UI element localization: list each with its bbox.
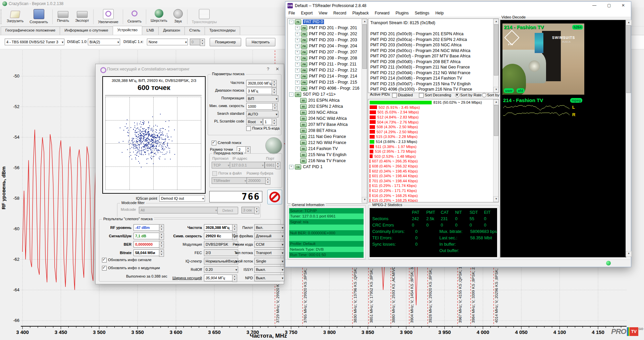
tab-1[interactable]: Географическое положение — [1, 27, 60, 35]
tree-item[interactable]: SD202 ESPN 2 Africa — [288, 103, 367, 109]
param-spinner[interactable] — [272, 80, 277, 87]
tree-item[interactable]: +PMPMT PID 215 - Progr. 215 — [288, 79, 367, 85]
tab-3[interactable]: Устройство — [113, 26, 142, 35]
tuner-select[interactable]: 4 - TBS 6908 DVBS/S2 Tuner 3 — [5, 39, 64, 45]
tree-item[interactable]: SD204 NGC Wild Africa — [288, 115, 367, 122]
tree-expander[interactable]: + — [295, 44, 300, 48]
positioner-button[interactable]: Позиционер — [210, 38, 241, 46]
toolbar-save-button[interactable]: Сохранить — [26, 8, 51, 26]
tree-item[interactable]: -PAPAT PID 0 — [288, 19, 367, 25]
tree-scrollbar[interactable]: ▲▼ — [362, 19, 367, 203]
result-select[interactable]: Длинный — [254, 233, 284, 239]
result-select[interactable]: Transport — [254, 249, 284, 256]
menu-record[interactable]: Record — [330, 10, 350, 17]
diseqc10-select[interactable]: B/A(2) — [88, 39, 120, 45]
tree-expander[interactable]: + — [295, 62, 300, 66]
pid-row[interactable]: 508 (4.30% - 2.50 Mbps) — [370, 125, 498, 130]
port-spinner[interactable] — [275, 162, 280, 169]
tab-5[interactable]: Диапазон — [158, 27, 185, 35]
result-value-field[interactable]: -47 dBm — [133, 224, 161, 231]
param-spinner[interactable] — [272, 103, 277, 110]
detect-interval-spinner[interactable] — [254, 207, 259, 214]
result-value-field[interactable]: 58,044 Мби — [133, 249, 161, 256]
maximize-button[interactable]: ▢ — [602, 2, 616, 10]
close-button[interactable]: ✕ — [616, 2, 630, 10]
tree-item[interactable]: +PMPMT PID 204 - Progr. 204 — [288, 43, 367, 49]
consumer-select[interactable]: TSReader — [212, 177, 247, 184]
pid-row[interactable]: 607 (0.46% ~ 266.35 Kbps) — [370, 159, 498, 164]
modcode-select[interactable]: All — [139, 207, 218, 213]
stop-button[interactable] — [267, 190, 282, 204]
pid-row[interactable]: 502 (5.91% - 3.45 Mbps) — [370, 105, 498, 110]
result-spinner[interactable] — [159, 249, 164, 257]
tree-item[interactable]: SD212 NG Wild France — [288, 140, 367, 146]
minimize-button[interactable]: — — [587, 2, 601, 10]
param-input[interactable]: 3928,000 МГц — [246, 80, 273, 87]
tab-7[interactable]: Транспондеры — [205, 27, 240, 35]
param-input[interactable]: 3 МГц — [246, 88, 273, 94]
pid-row[interactable]: 8191 (50.02% ~ 29.04 Mbps) — [370, 100, 498, 105]
tree-item[interactable]: +PMPMT PID 211 - Progr. 211 — [288, 61, 367, 67]
stream-to-file-checkbox[interactable] — [212, 171, 217, 176]
tree-item[interactable]: SD214 Fashion TV — [288, 146, 367, 152]
toolbar-print-button[interactable]: Печать — [54, 8, 72, 26]
menu-forward[interactable]: Forward — [372, 10, 392, 17]
tree-item[interactable]: SD211 Nat Geo France — [288, 134, 367, 140]
tab-6[interactable]: Стиль — [184, 27, 205, 35]
tree-item[interactable]: SD203 NGC Africa — [288, 109, 367, 115]
pid-row[interactable]: 701 (0.34% ~ 198.44 Kbps) — [370, 179, 498, 184]
pids-disabled-checkbox[interactable] — [392, 93, 397, 98]
menu-playback[interactable]: Playback — [350, 10, 372, 17]
protocol-select[interactable]: TCP — [212, 162, 230, 168]
tree-expander[interactable]: + — [295, 50, 300, 54]
stream-tree-panel[interactable]: -PAPAT PID 0+PMPMT PID 201 - Progr. 201+… — [287, 18, 367, 204]
tree-item[interactable]: +PMPMT PID 214 - Progr. 214 — [288, 73, 367, 79]
tree-item[interactable]: +CACAT PID 1 — [288, 164, 367, 170]
update-modulation-info-checkbox[interactable] — [102, 266, 107, 271]
toolbar-globe-button[interactable]: Шерстить — [148, 8, 170, 26]
result-spinner[interactable] — [159, 241, 164, 248]
buffer-size-spinner[interactable] — [265, 177, 270, 185]
tree-item[interactable]: +PMPMT PID 208 - Progr. 208 — [288, 55, 367, 61]
tree-expander[interactable]: + — [295, 80, 300, 85]
param-input[interactable]: 1000 — [246, 103, 274, 110]
buffer-size-input[interactable]: 200000 — [247, 177, 267, 184]
tree-item[interactable]: SD208 BET Africa — [288, 128, 367, 134]
pids-scrollbar[interactable]: ▲▼ — [493, 99, 498, 202]
pid-row[interactable]: 602 (0.34% ~ 198.45 Kbps) — [370, 168, 498, 174]
toolbar-trsp-button[interactable]: Транспондеры — [189, 8, 220, 26]
toolbar-export-button[interactable]: Экспорт — [72, 8, 92, 26]
toolbar-sound-button[interactable]: Звук — [170, 8, 186, 26]
pid-row[interactable]: 512 (4.84% - 2.83 Mbps) — [370, 115, 498, 120]
tree-item[interactable]: -SDSDT PID 17 <11> — [288, 91, 367, 97]
tree-expander[interactable]: + — [295, 56, 300, 60]
tree-item[interactable]: +PMPMT PID 201 - Progr. 201 — [288, 25, 367, 31]
toolbar-scan-button[interactable]: Сканить — [124, 8, 145, 26]
dialog-help-button[interactable]: ? — [263, 64, 273, 74]
param-select[interactable]: В/П — [246, 95, 278, 102]
result-select[interactable]: Выкл. — [254, 266, 284, 273]
sort-by-pid-radio[interactable] — [482, 93, 486, 97]
result-select[interactable]: CCM — [254, 241, 284, 248]
menu-help[interactable]: Help — [432, 10, 447, 17]
pid-row[interactable]: 601 (0.34% ~ 198.44 Kbps) — [370, 174, 498, 179]
menu-plugins[interactable]: Plugins — [392, 10, 412, 17]
tree-expander[interactable]: + — [289, 165, 293, 169]
pid-row[interactable]: 612 (0.29% - 171.71 Kbps) — [370, 188, 498, 193]
result-value-field[interactable]: 7,1 dB — [133, 233, 161, 239]
param-spinner[interactable] — [272, 88, 277, 95]
active-pids-list[interactable]: 8191 (50.02% ~ 29.04 Mbps)502 (5.91% - 3… — [368, 99, 499, 202]
tree-item[interactable]: +PMPMT PID 202 - Progr. 202 — [288, 31, 367, 37]
pid-row[interactable]: 504 (4.73% - 2.76 Mbps) — [370, 119, 498, 125]
sort-by-rate-radio[interactable] — [455, 93, 460, 97]
tree-item[interactable]: SD216 Nina TV France — [288, 158, 367, 164]
position-spinner[interactable] — [200, 39, 205, 46]
tree-expander[interactable]: + — [295, 68, 300, 72]
tab-2[interactable]: Информация о спутнике — [60, 27, 113, 35]
result-select[interactable]: Single — [254, 258, 284, 264]
sort-descending-checkbox[interactable] — [419, 93, 424, 98]
pl-scramble-spinner[interactable] — [272, 118, 277, 126]
setup-button[interactable]: Настроить — [246, 38, 275, 46]
tree-expander[interactable]: - — [289, 92, 293, 97]
diseqc1x-select[interactable]: None — [147, 39, 188, 45]
